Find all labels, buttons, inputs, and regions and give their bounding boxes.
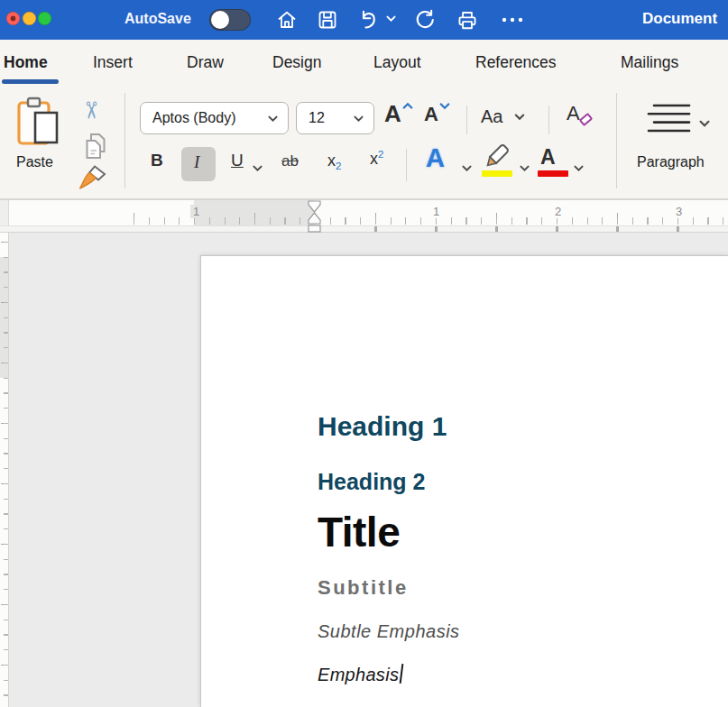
text-effects-chevron-icon[interactable] [462, 160, 472, 176]
doc-line-subtle-emphasis[interactable]: Subtle Emphasis [318, 622, 460, 641]
undo-icon[interactable] [355, 8, 379, 32]
print-icon[interactable] [456, 9, 479, 32]
change-case-button[interactable]: Aa [481, 106, 525, 127]
doc-line-heading2[interactable]: Heading 2 [318, 470, 425, 493]
shrink-font-button[interactable]: A [424, 103, 450, 126]
chevron-down-icon [354, 110, 373, 126]
group-divider [124, 93, 125, 188]
tab-draw[interactable]: Draw [187, 53, 224, 72]
document-page[interactable] [200, 255, 728, 707]
active-tab-indicator [2, 79, 59, 84]
autosave-toggle[interactable] [209, 9, 251, 31]
toggle-knob [211, 11, 229, 29]
highlight-color-swatch [482, 170, 512, 177]
eraser-icon [579, 113, 594, 126]
copy-icon[interactable] [83, 131, 108, 165]
tab-layout[interactable]: Layout [373, 53, 421, 72]
paragraph-settings-icon[interactable] [642, 102, 693, 142]
more-options-icon[interactable] [500, 11, 527, 29]
doc-line-heading1[interactable]: Heading 1 [318, 412, 447, 441]
mini-divider [548, 106, 549, 134]
ruler-number: 3 [673, 205, 685, 218]
group-divider [616, 93, 617, 188]
indent-marker[interactable] [307, 200, 322, 236]
ruler-number: 1 [190, 205, 202, 218]
ruler-number: 1 [430, 205, 442, 218]
format-painter-icon[interactable] [77, 164, 111, 195]
ruler-minor-ticks [134, 217, 728, 225]
cut-icon[interactable]: ✂ [77, 101, 105, 121]
chevron-down-icon [268, 110, 288, 126]
minimize-button[interactable] [23, 12, 36, 25]
mini-divider [406, 149, 407, 181]
strikethrough-button[interactable]: ab [281, 152, 299, 170]
font-name-select[interactable]: Aptos (Body) [140, 102, 289, 134]
text-effects-button[interactable]: A [426, 143, 445, 173]
titlebar: AutoSave [0, 0, 728, 40]
word-window: AutoSave [0, 0, 728, 707]
font-color-button[interactable]: A [540, 145, 556, 170]
font-color-chevron-icon[interactable] [574, 160, 584, 176]
ruler-corner [0, 200, 9, 225]
redo-icon[interactable] [413, 8, 437, 32]
superscript-button[interactable]: x2 [370, 149, 383, 169]
bold-button[interactable]: B [151, 151, 163, 170]
tab-design[interactable]: Design [272, 53, 321, 72]
mini-divider [466, 106, 467, 134]
underline-button[interactable]: U [231, 151, 244, 170]
highlight-button[interactable] [480, 142, 512, 174]
clear-formatting-button[interactable]: A [567, 102, 580, 125]
font-size-select[interactable]: 12 [296, 102, 374, 134]
doc-line-subtitle[interactable]: Subtitle [318, 577, 409, 598]
ruler-strip-ticks [314, 226, 728, 232]
tab-insert[interactable]: Insert [93, 53, 133, 72]
font-color-swatch [538, 170, 568, 177]
doc-line-title[interactable]: Title [318, 510, 400, 554]
ribbon-tabbar: Home Insert Draw Design Layout Reference… [0, 40, 728, 87]
home-icon[interactable] [276, 9, 298, 31]
fullscreen-button[interactable] [38, 12, 51, 25]
font-name-value: Aptos (Body) [141, 110, 268, 126]
vruler-minor-ticks [4, 242, 8, 707]
doc-line-emphasis[interactable]: Emphasis [318, 664, 402, 684]
font-size-value: 12 [297, 110, 354, 126]
close-button[interactable] [6, 12, 20, 25]
italic-button[interactable]: I [181, 147, 216, 181]
document-title: Document [642, 10, 728, 28]
paste-label: Paste [16, 154, 53, 170]
ribbon: Paste ✂ Aptos (Body) 12 [0, 87, 728, 199]
paragraph-label: Paragraph [637, 154, 705, 170]
tab-home[interactable]: Home [4, 53, 48, 72]
paste-button[interactable] [16, 96, 61, 148]
underline-chevron-icon[interactable] [253, 160, 263, 176]
save-icon[interactable] [317, 9, 338, 31]
undo-chevron-icon[interactable] [386, 15, 396, 23]
paragraph-chevron-icon[interactable] [699, 115, 710, 132]
tab-mailings[interactable]: Mailings [621, 53, 678, 72]
grow-font-button[interactable]: A [384, 100, 413, 128]
highlight-chevron-icon[interactable] [520, 160, 530, 176]
ruler-number: 2 [552, 205, 564, 218]
tab-references[interactable]: References [475, 53, 557, 72]
subscript-button[interactable]: x2 [327, 152, 341, 171]
autosave-label: AutoSave [124, 11, 191, 27]
